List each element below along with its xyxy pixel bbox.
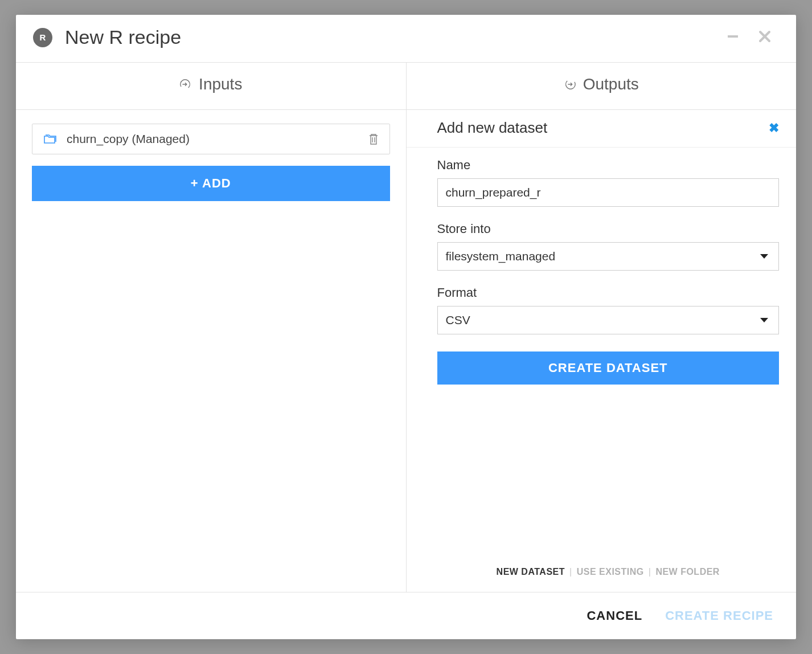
add-dataset-form: Name Store into filesystem_managed Forma…: [407, 148, 797, 385]
dataset-name-input[interactable]: [437, 178, 780, 207]
output-mode-tabs: NEW DATASET | USE EXISTING | NEW FOLDER: [407, 567, 797, 592]
tab-new-folder[interactable]: NEW FOLDER: [655, 567, 720, 577]
cancel-button[interactable]: CANCEL: [587, 608, 642, 623]
tab-use-existing[interactable]: USE EXISTING: [577, 567, 644, 577]
inputs-label: Inputs: [199, 75, 242, 93]
outputs-label: Outputs: [583, 75, 639, 93]
inputs-arrow-icon: [179, 78, 192, 91]
modal-footer: CANCEL CREATE RECIPE: [16, 592, 796, 639]
outputs-body: Add new dataset ✖ Name Store into filesy…: [407, 110, 797, 592]
modal-title: New R recipe: [65, 26, 719, 48]
modal-body: Inputs churn_copy (Managed) + ADD: [16, 63, 796, 592]
outputs-column: Outputs Add new dataset ✖ Name Store int…: [407, 63, 797, 592]
close-add-dataset-icon[interactable]: ✖: [769, 121, 779, 136]
store-into-select[interactable]: filesystem_managed: [437, 242, 780, 271]
format-label: Format: [437, 285, 780, 300]
add-dataset-title: Add new dataset: [437, 119, 548, 137]
create-recipe-button[interactable]: CREATE RECIPE: [665, 608, 773, 623]
format-select[interactable]: CSV: [437, 306, 780, 334]
folder-icon: [43, 133, 58, 145]
delete-input-icon[interactable]: [368, 133, 379, 145]
store-into-value: filesystem_managed: [446, 250, 556, 263]
caret-down-icon: [760, 318, 768, 322]
outputs-header: Outputs: [407, 63, 797, 110]
format-value: CSV: [446, 313, 470, 327]
inputs-column: Inputs churn_copy (Managed) + ADD: [16, 63, 407, 592]
name-label: Name: [437, 158, 780, 173]
new-recipe-modal: R New R recipe Inputs churn_copy (Manage…: [16, 15, 796, 639]
outputs-arrow-icon: [564, 78, 576, 91]
svg-rect-0: [728, 35, 738, 38]
inputs-header: Inputs: [16, 63, 406, 110]
minimize-button[interactable]: [719, 30, 747, 45]
r-language-icon: R: [33, 28, 52, 47]
add-dataset-header: Add new dataset ✖: [407, 110, 797, 148]
input-dataset-name: churn_copy (Managed): [67, 132, 359, 146]
add-input-button[interactable]: + ADD: [32, 166, 390, 201]
store-into-label: Store into: [437, 222, 780, 236]
tab-new-dataset[interactable]: NEW DATASET: [497, 567, 565, 577]
create-dataset-button[interactable]: CREATE DATASET: [437, 351, 780, 385]
input-dataset-item[interactable]: churn_copy (Managed): [32, 124, 390, 154]
caret-down-icon: [760, 254, 768, 259]
r-icon-letter: R: [40, 32, 46, 42]
modal-header: R New R recipe: [16, 15, 796, 63]
close-button[interactable]: [751, 30, 779, 45]
inputs-body: churn_copy (Managed) + ADD: [16, 110, 406, 215]
